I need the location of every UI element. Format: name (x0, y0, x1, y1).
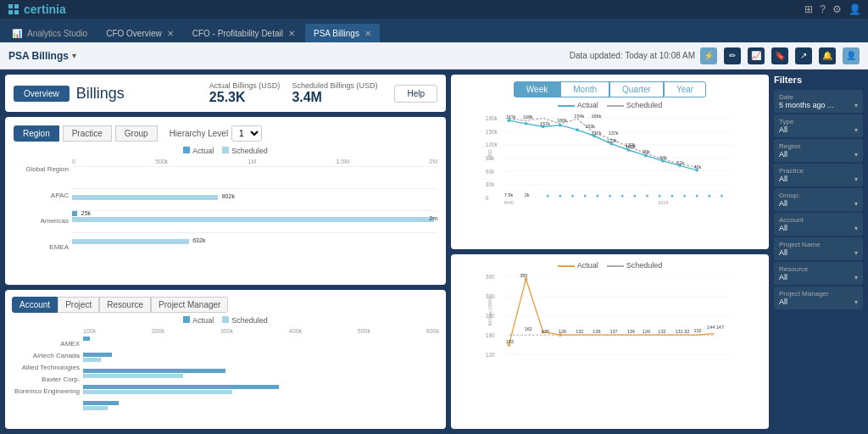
account-scheduled-legend: Scheduled (222, 316, 268, 325)
svg-text:126: 126 (559, 329, 566, 334)
chart-button[interactable]: 📈 (748, 47, 765, 64)
toolbar-right: Data updated: Today at 10:08 AM ⚡ ✏ 📈 🔖 … (570, 47, 860, 64)
region-legend: Actual Scheduled (14, 147, 437, 155)
user-icon[interactable]: 👤 (849, 3, 861, 15)
filter-date-value: 5 months ago ... (779, 101, 834, 109)
project-manager-tab[interactable]: Project Manager (151, 297, 228, 313)
svg-text:126: 126 (643, 329, 650, 334)
right-panel: Week Month Quarter Year Actual Scheduled… (451, 75, 769, 429)
practice-tab[interactable]: Practice (63, 125, 112, 142)
bell-button[interactable]: 🔔 (819, 47, 836, 64)
actual-label: Actual Billings (USD) (209, 81, 281, 90)
filter-group[interactable]: Group: All ▾ (774, 188, 863, 211)
account-bar-chart: AMEX Airtech Canada Allied Technologies … (12, 328, 439, 412)
lightning-button[interactable]: ⚡ (700, 47, 717, 64)
edit-button[interactable]: ✏ (724, 47, 741, 64)
filter-project-name[interactable]: Project Name All ▾ (774, 237, 863, 260)
svg-text:90k: 90k (643, 149, 650, 154)
resource-tab[interactable]: Resource (99, 297, 151, 313)
data-updated-text: Data updated: Today at 10:08 AM (570, 51, 695, 60)
svg-point-66 (721, 195, 723, 198)
filter-region[interactable]: Region All ▾ (774, 139, 863, 162)
filter-account-value: All (779, 224, 787, 232)
tab-close-psa[interactable]: ✕ (364, 29, 371, 38)
svg-text:122k: 122k (607, 138, 617, 143)
month-tab[interactable]: Month (560, 81, 609, 97)
svg-point-58 (621, 195, 624, 198)
svg-text:2019: 2019 (658, 200, 668, 205)
svg-point-63 (683, 195, 686, 198)
svg-point-56 (596, 195, 598, 198)
actual-billings-stat: Actual Billings (USD) 25.3K (209, 81, 281, 105)
scheduled-value: 3.4M (292, 90, 322, 105)
svg-point-60 (646, 195, 648, 198)
filter-project-manager[interactable]: Project Manager All ▾ (774, 287, 863, 309)
top-line-chart-card: Week Month Quarter Year Actual Scheduled… (451, 75, 769, 249)
toolbar-dropdown-icon[interactable]: ▾ (72, 51, 76, 60)
filter-resource[interactable]: Resource All ▾ (774, 262, 863, 285)
tab-analytics-studio[interactable]: 📊 Analytics Studio (3, 24, 96, 42)
user-button[interactable]: 👤 (843, 47, 860, 64)
account-chart-card: Account Project Resource Project Manager… (5, 290, 446, 429)
svg-point-23 (576, 128, 579, 131)
billing-actual-legend: Actual (558, 261, 598, 270)
billings-header-card: Overview Billings Actual Billings (USD) … (5, 75, 446, 112)
svg-point-54 (571, 195, 574, 198)
hierarchy-select[interactable]: 123 (231, 125, 262, 142)
filter-practice-value: All (779, 175, 787, 183)
svg-point-53 (559, 195, 561, 198)
toolbar-left: PSA Billings ▾ (8, 50, 76, 62)
svg-text:153k: 153k (585, 124, 595, 129)
group-tab[interactable]: Group (115, 125, 158, 142)
filter-type-value: All (779, 125, 787, 134)
gear-icon[interactable]: ⚙ (832, 3, 842, 15)
filter-region-value: All (779, 150, 787, 159)
account-legend: Actual Scheduled (12, 316, 439, 325)
tab-close-profitability[interactable]: ✕ (288, 29, 295, 38)
bar-emea: 632k (72, 232, 437, 248)
tab-cfo-profitability[interactable]: CFO - Profitability Detail ✕ (184, 24, 303, 42)
bar-global (72, 166, 437, 181)
filter-resource-arrow: ▾ (854, 274, 858, 281)
filter-project-name-value: All (779, 248, 787, 257)
svg-rect-3 (14, 10, 19, 14)
svg-text:180k: 180k (486, 115, 498, 121)
time-scheduled-legend: Scheduled (607, 101, 663, 109)
bar-apac: 802k (72, 188, 437, 203)
filter-practice[interactable]: Practice All ▾ (774, 164, 863, 186)
svg-text:360: 360 (486, 274, 495, 280)
region-tab[interactable]: Region (14, 125, 59, 142)
tab-cfo-overview[interactable]: CFO Overview ✕ (97, 24, 182, 42)
bookmark-button[interactable]: 🔖 (771, 47, 788, 64)
account-tab[interactable]: Account (12, 297, 58, 313)
filter-pm-value: All (779, 298, 787, 306)
grid-icon[interactable]: ⊞ (804, 3, 813, 15)
filter-type[interactable]: Type All ▾ (774, 114, 863, 137)
account-bars-area: 100k200k300k400k500k600k (83, 328, 439, 412)
svg-text:136: 136 (593, 329, 600, 334)
svg-text:135: 135 (542, 329, 549, 334)
bar-baxter (83, 384, 439, 396)
svg-point-61 (659, 195, 661, 198)
share-button[interactable]: ↗ (795, 47, 812, 64)
filter-date[interactable]: Date 5 months ago ... ▾ (774, 90, 863, 113)
scheduled-label: Scheduled Billings (USD) (292, 81, 377, 90)
svg-text:60k: 60k (486, 169, 495, 175)
svg-text:144 147: 144 147 (707, 325, 724, 330)
filter-account[interactable]: Account All ▾ (774, 213, 863, 236)
svg-text:W40: W40 (504, 200, 514, 205)
week-tab[interactable]: Week (514, 81, 560, 97)
billing-scheduled-legend: Scheduled (607, 261, 663, 270)
year-tab[interactable]: Year (664, 81, 706, 97)
filter-region-arrow: ▾ (854, 151, 858, 159)
tab-psa-billings[interactable]: PSA Billings ✕ (305, 24, 380, 42)
help-button[interactable]: Help (394, 85, 437, 103)
quarter-tab[interactable]: Quarter (609, 81, 664, 97)
tab-close-cfo[interactable]: ✕ (167, 29, 174, 38)
question-icon[interactable]: ? (820, 3, 826, 15)
overview-button[interactable]: Overview (14, 86, 70, 102)
svg-point-57 (609, 195, 611, 198)
project-tab[interactable]: Project (58, 297, 99, 313)
hierarchy-label: Hierarchy Level (170, 129, 228, 138)
account-actual-legend: Actual (183, 316, 214, 325)
